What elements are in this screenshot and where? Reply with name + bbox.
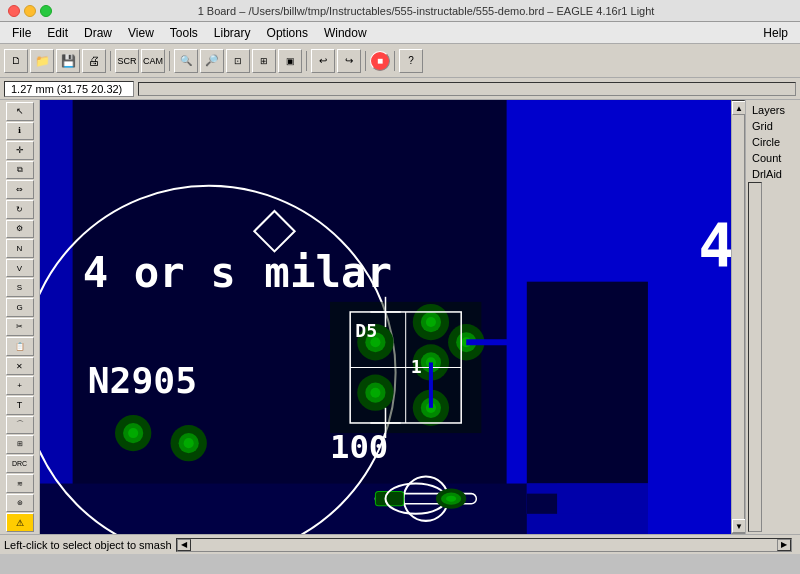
menu-file[interactable]: File	[4, 24, 39, 42]
menu-tools[interactable]: Tools	[162, 24, 206, 42]
svg-text:1: 1	[411, 356, 422, 377]
toolbar-sep2	[169, 51, 170, 71]
svg-point-38	[370, 388, 380, 398]
panel-grid[interactable]: Grid	[748, 118, 798, 134]
window-controls[interactable]	[8, 5, 52, 17]
tool-group[interactable]: G	[6, 298, 34, 317]
toolbar: 🗋 📁 💾 🖨 SCR CAM 🔍 🔎 ⊡ ⊞ ▣ ↩ ↪ ■ ?	[0, 44, 800, 78]
tool-rotate[interactable]: ↻	[6, 200, 34, 219]
right-panel: Layers Grid Circle Count DrlAid	[745, 100, 800, 534]
toolbar-save[interactable]: 💾	[56, 49, 80, 73]
tool-cut[interactable]: ✂	[6, 318, 34, 337]
minimize-button[interactable]	[24, 5, 36, 17]
menu-window[interactable]: Window	[316, 24, 375, 42]
toolbar-zoom-in[interactable]: 🔍	[174, 49, 198, 73]
svg-point-18	[184, 438, 194, 448]
toolbar-undo[interactable]: ↩	[311, 49, 335, 73]
right-scrollbar[interactable]	[748, 182, 762, 532]
toolbar-script[interactable]: SCR	[115, 49, 139, 73]
scroll-up-arrow[interactable]: ▲	[732, 101, 746, 115]
svg-text:N2905: N2905	[88, 359, 197, 402]
tool-value[interactable]: V	[6, 259, 34, 278]
svg-rect-2	[73, 100, 557, 534]
tool-paste[interactable]: 📋	[6, 337, 34, 356]
tool-info[interactable]: ℹ	[6, 122, 34, 141]
scroll-track-vertical[interactable]	[732, 115, 744, 519]
window-title: 1 Board – /Users/billw/tmp/Instructables…	[60, 5, 792, 17]
scroll-down-arrow[interactable]: ▼	[732, 519, 746, 533]
toolbar-new[interactable]: 🗋	[4, 49, 28, 73]
panel-layers[interactable]: Layers	[748, 102, 798, 118]
tool-add[interactable]: +	[6, 376, 34, 395]
left-toolbar: ↖ ℹ ✛ ⧉ ⇔ ↻ ⚙ N V S G ✂ 📋 ✕ + T ⌒ ⊞ DRC …	[0, 100, 40, 534]
tool-autorouter[interactable]: ⊛	[6, 494, 34, 513]
pcb-svg: 4 or s milar 4	[40, 100, 731, 534]
bottom-bar: Left-click to select object to smash ◀ ▶	[0, 534, 800, 554]
menu-edit[interactable]: Edit	[39, 24, 76, 42]
horizontal-scrollbar-bottom[interactable]: ◀ ▶	[176, 538, 792, 552]
menu-options[interactable]: Options	[259, 24, 316, 42]
panel-circle[interactable]: Circle	[748, 134, 798, 150]
coord-bar: 1.27 mm (31.75 20.32)	[0, 78, 800, 100]
menu-help[interactable]: Help	[755, 24, 796, 42]
scroll-left-arrow[interactable]: ◀	[177, 539, 191, 551]
menu-view[interactable]: View	[120, 24, 162, 42]
tool-drc[interactable]: DRC	[6, 455, 34, 474]
panel-count[interactable]: Count	[748, 150, 798, 166]
toolbar-zoom-fit[interactable]: ⊡	[226, 49, 250, 73]
toolbar-sep5	[394, 51, 395, 71]
tool-copy[interactable]: ⧉	[6, 161, 34, 180]
toolbar-help[interactable]: ?	[399, 49, 423, 73]
tool-warning[interactable]: ⚠	[6, 513, 34, 532]
svg-text:100: 100	[330, 428, 388, 466]
toolbar-zoom-out[interactable]: 🔎	[200, 49, 224, 73]
tool-name[interactable]: N	[6, 239, 34, 258]
svg-rect-6	[40, 484, 557, 534]
tool-arc[interactable]: ⌒	[6, 416, 34, 435]
canvas-wrapper: 4 or s milar 4	[40, 100, 745, 534]
undo-icon: ↩	[319, 55, 327, 66]
toolbar-stop[interactable]: ■	[370, 51, 390, 71]
stop-icon: ■	[377, 55, 383, 66]
tool-smash[interactable]: S	[6, 278, 34, 297]
tool-grid-display[interactable]: ⊞	[6, 435, 34, 454]
toolbar-zoom-select[interactable]: ⊞	[252, 49, 276, 73]
status-text: Left-click to select object to smash	[4, 539, 172, 551]
tool-delete[interactable]: ✕	[6, 357, 34, 376]
maximize-button[interactable]	[40, 5, 52, 17]
tool-ratsnest[interactable]: ≋	[6, 474, 34, 493]
scroll-right-arrow[interactable]: ▶	[777, 539, 791, 551]
menu-draw[interactable]: Draw	[76, 24, 120, 42]
svg-point-29	[426, 317, 436, 327]
pcb-canvas-area[interactable]: 4 or s milar 4	[40, 100, 731, 534]
tool-change[interactable]: ⚙	[6, 220, 34, 239]
svg-text:milar: milar	[264, 248, 392, 297]
tool-select[interactable]: ↖	[6, 102, 34, 121]
tool-move[interactable]: ✛	[6, 141, 34, 160]
redo-icon: ↪	[345, 55, 353, 66]
canvas-and-scroll: 4 or s milar 4	[40, 100, 745, 534]
svg-rect-66	[527, 494, 557, 514]
svg-rect-54	[375, 492, 403, 506]
toolbar-open[interactable]: 📁	[30, 49, 54, 73]
tool-text[interactable]: T	[6, 396, 34, 415]
vertical-scrollbar[interactable]: ▲ ▼	[731, 100, 745, 534]
toolbar-print[interactable]: 🖨	[82, 49, 106, 73]
toolbar-cam[interactable]: CAM	[141, 49, 165, 73]
menu-bar: File Edit Draw View Tools Library Option…	[0, 22, 800, 44]
horizontal-scrollbar-top[interactable]	[138, 82, 796, 96]
save-icon: 💾	[61, 54, 76, 68]
svg-point-15	[128, 428, 138, 438]
help-icon: ?	[408, 55, 414, 66]
zoom-out-icon: 🔎	[205, 54, 219, 67]
close-button[interactable]	[8, 5, 20, 17]
svg-rect-63	[527, 282, 648, 484]
toolbar-sep1	[110, 51, 111, 71]
new-icon: 🗋	[11, 55, 21, 66]
tool-mirror[interactable]: ⇔	[6, 180, 34, 199]
main-area: 1.27 mm (31.75 20.32) ↖ ℹ ✛ ⧉ ⇔ ↻ ⚙ N V …	[0, 78, 800, 554]
toolbar-redo[interactable]: ↪	[337, 49, 361, 73]
panel-drlaid[interactable]: DrlAid	[748, 166, 798, 182]
menu-library[interactable]: Library	[206, 24, 259, 42]
toolbar-zoom-board[interactable]: ▣	[278, 49, 302, 73]
